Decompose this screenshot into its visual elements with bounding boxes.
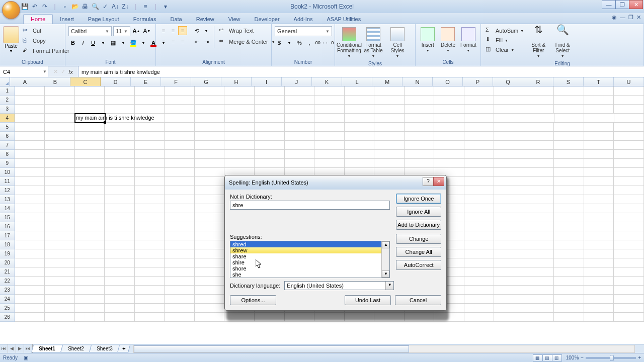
cell[interactable] bbox=[314, 132, 345, 141]
cell[interactable] bbox=[255, 105, 285, 114]
cell[interactable] bbox=[195, 159, 225, 168]
border-dd-icon[interactable]: ▼ bbox=[119, 38, 128, 47]
cell[interactable] bbox=[285, 159, 315, 168]
cell[interactable] bbox=[464, 249, 495, 258]
suggestion-item[interactable]: shore bbox=[230, 265, 389, 272]
change-button[interactable]: Change bbox=[396, 234, 441, 244]
decrease-indent-button[interactable]: ⇤ bbox=[192, 37, 201, 46]
cell[interactable] bbox=[464, 213, 495, 222]
cell[interactable] bbox=[524, 177, 554, 186]
cell[interactable] bbox=[584, 258, 614, 267]
row-header[interactable]: 16 bbox=[0, 222, 15, 231]
cell[interactable] bbox=[285, 150, 315, 159]
qat-new-icon[interactable]: ▫ bbox=[60, 2, 69, 11]
cell[interactable] bbox=[165, 204, 195, 213]
cell[interactable] bbox=[494, 168, 524, 177]
sheet-tab-1[interactable]: Sheet1 bbox=[31, 345, 63, 352]
cell[interactable] bbox=[15, 177, 45, 186]
border-button[interactable]: ▦ bbox=[109, 38, 118, 47]
cell[interactable] bbox=[494, 114, 524, 123]
insert-sheet-button[interactable]: ✦ bbox=[117, 345, 130, 352]
clear-button[interactable]: ◫Clear▼ bbox=[484, 45, 525, 54]
row-header[interactable]: 22 bbox=[0, 277, 15, 286]
cell[interactable] bbox=[224, 96, 255, 105]
column-header[interactable]: U bbox=[614, 77, 644, 86]
cell[interactable] bbox=[554, 277, 584, 286]
cell[interactable] bbox=[554, 177, 584, 186]
cell[interactable] bbox=[524, 295, 554, 304]
cell[interactable] bbox=[105, 258, 135, 267]
cell[interactable] bbox=[345, 150, 375, 159]
cell[interactable] bbox=[195, 105, 225, 114]
cell[interactable] bbox=[524, 231, 554, 240]
cell[interactable] bbox=[195, 96, 225, 105]
cell[interactable] bbox=[75, 132, 105, 141]
cell[interactable] bbox=[285, 105, 315, 114]
cell[interactable] bbox=[614, 204, 644, 213]
cell[interactable] bbox=[105, 295, 135, 304]
cell[interactable] bbox=[494, 204, 524, 213]
cell[interactable] bbox=[524, 123, 554, 132]
zoom-out-button[interactable]: − bbox=[581, 355, 584, 360]
column-header[interactable]: S bbox=[553, 77, 584, 86]
cell[interactable] bbox=[494, 258, 524, 267]
suggestion-item[interactable]: she bbox=[230, 272, 389, 278]
cell[interactable] bbox=[345, 123, 375, 132]
cell[interactable] bbox=[195, 168, 225, 177]
cell[interactable] bbox=[45, 231, 75, 240]
cell[interactable] bbox=[584, 96, 614, 105]
cell[interactable] bbox=[584, 86, 614, 96]
cell[interactable] bbox=[464, 295, 495, 304]
cell[interactable] bbox=[584, 177, 614, 186]
cell[interactable] bbox=[165, 286, 195, 295]
cell[interactable] bbox=[524, 168, 554, 177]
column-header[interactable]: P bbox=[463, 77, 493, 86]
cut-button[interactable]: Cut bbox=[21, 26, 71, 35]
row-header[interactable]: 6 bbox=[0, 132, 15, 141]
cell[interactable] bbox=[15, 313, 45, 322]
cell[interactable] bbox=[524, 86, 554, 96]
row-header[interactable]: 13 bbox=[0, 195, 15, 204]
cell[interactable] bbox=[524, 204, 554, 213]
cell[interactable] bbox=[434, 105, 464, 114]
cell[interactable] bbox=[105, 132, 135, 141]
cell[interactable] bbox=[105, 195, 135, 204]
cell[interactable] bbox=[494, 159, 524, 168]
cell[interactable] bbox=[554, 204, 584, 213]
cell[interactable] bbox=[75, 304, 105, 313]
cell[interactable] bbox=[614, 141, 644, 150]
column-header[interactable]: T bbox=[584, 77, 614, 86]
column-header[interactable]: H bbox=[221, 77, 252, 86]
ribbon-restore-icon[interactable]: ❐ bbox=[628, 14, 633, 21]
cell[interactable] bbox=[584, 222, 614, 231]
cell[interactable] bbox=[614, 105, 644, 114]
cell[interactable] bbox=[45, 204, 75, 213]
cell[interactable] bbox=[135, 186, 165, 195]
cell[interactable] bbox=[75, 123, 105, 132]
row-header[interactable]: 4 bbox=[0, 114, 15, 123]
cell[interactable] bbox=[165, 304, 195, 313]
cell[interactable] bbox=[554, 105, 584, 114]
row-header[interactable]: 11 bbox=[0, 177, 15, 186]
cell[interactable] bbox=[135, 231, 165, 240]
cell[interactable] bbox=[255, 86, 285, 96]
cell[interactable] bbox=[584, 304, 614, 313]
cell[interactable] bbox=[75, 213, 105, 222]
cell[interactable] bbox=[434, 150, 464, 159]
cell[interactable] bbox=[405, 114, 435, 123]
cell[interactable] bbox=[75, 105, 105, 114]
cell[interactable] bbox=[285, 132, 315, 141]
cell[interactable] bbox=[165, 195, 195, 204]
cell[interactable] bbox=[345, 86, 375, 96]
cell[interactable] bbox=[524, 114, 554, 123]
cell[interactable] bbox=[405, 141, 435, 150]
cell[interactable] bbox=[75, 159, 105, 168]
cell[interactable] bbox=[195, 258, 225, 267]
cell[interactable] bbox=[464, 195, 495, 204]
align-left-button[interactable]: ≡ bbox=[159, 37, 168, 46]
cell[interactable] bbox=[554, 258, 584, 267]
column-header[interactable]: D bbox=[101, 77, 131, 86]
cell[interactable] bbox=[374, 86, 405, 96]
cell[interactable] bbox=[345, 141, 375, 150]
cell[interactable] bbox=[524, 150, 554, 159]
